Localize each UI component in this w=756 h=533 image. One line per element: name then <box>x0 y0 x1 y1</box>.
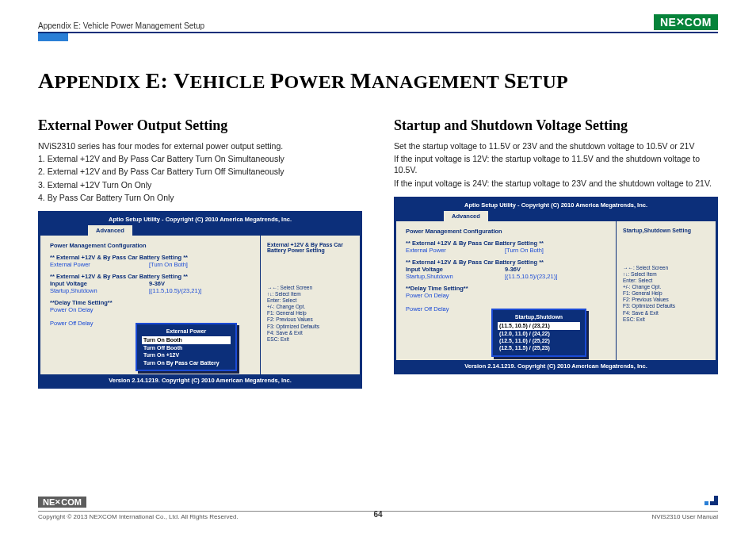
popup-right-title: Startup,Shutdown <box>498 313 580 320</box>
bios-header-r: Aptio Setup Utility - Copyright (C) 2010… <box>396 199 716 211</box>
page-number: 64 <box>373 510 382 519</box>
popup-left-opt1: Turn On Booth <box>142 336 231 343</box>
bios-startsd-val-r: [(11.5,10.5)/(23,21)] <box>505 273 608 280</box>
left-line4: 4. By Pass Car Battery Turn On Only <box>38 192 362 203</box>
bios-inputv-lbl-r: Input Voltage <box>406 266 505 273</box>
left-intro: NViS2310 series has four modes for exter… <box>38 140 362 151</box>
bios-keys: →←: Select Screen↑↓: Select ItemEnter: S… <box>267 285 353 343</box>
right-heading: Startup and Shutdown Voltage Setting <box>394 117 718 134</box>
header-accent <box>38 33 68 41</box>
bios-help-left: External +12V & By Pass Car Battery Powe… <box>267 242 353 253</box>
bios-tab-bar-r: Advanced <box>396 211 716 221</box>
bios-cfg-title-r: Power Management Configuration <box>406 228 608 235</box>
left-line2: 2. External +12V and By Pass Car Battery… <box>38 166 362 177</box>
header-logo: NE✕COM <box>654 14 718 30</box>
bios-help-right: Startup,Shutdown Setting <box>623 228 709 233</box>
footer-copyright: Copyright © 2013 NEXCOM International Co… <box>38 513 239 520</box>
left-heading: External Power Output Setting <box>38 117 362 134</box>
right-p3: If the input voltage is 24V: the startup… <box>394 178 718 189</box>
right-p1: Set the startup voltage to 11.5V or 23V … <box>394 140 718 151</box>
bios-screenshot-left: Aptio Setup Utility - Copyright (C) 2010… <box>38 211 362 389</box>
bios-pon: Power On Delay <box>50 306 252 313</box>
left-line3: 3. External +12V Turn On Only <box>38 179 362 190</box>
bios-footer: Version 2.14.1219. Copyright (C) 2010 Am… <box>40 374 360 386</box>
bios-screenshot-right: Aptio Setup Utility - Copyright (C) 2010… <box>394 197 718 374</box>
bios-sect2-r: ** External +12V & By Pass Car Battery S… <box>406 259 608 266</box>
bios-delay: **Delay Time Setting** <box>50 299 252 306</box>
popup-right-opt3: (12.5, 11.0) / (25,22) <box>498 337 580 344</box>
header-rule <box>38 32 718 33</box>
right-p2: If the input voltage is 12V: the startup… <box>394 153 718 175</box>
footer-docname: NViS2310 User Manual <box>652 513 718 520</box>
popup-startup-shutdown: Startup,Shutdown (11.5, 10.5) / (23,21) … <box>491 309 586 357</box>
bios-startsd-lbl: Startup,Shutdown <box>50 287 149 294</box>
bios-sect1-r: ** External +12V & By Pass Car Battery S… <box>406 240 608 247</box>
bios-keys-r: →←: Select Screen↑↓: Select ItemEnter: S… <box>623 265 709 323</box>
popup-external-power: External Power Turn On Booth Turn Off Bo… <box>136 323 237 371</box>
popup-left-opt4: Turn On By Pass Car Battery <box>142 359 231 366</box>
bios-sect2: ** External +12V & By Pass Car Battery S… <box>50 273 252 280</box>
bios-delay-r: **Delay Time Setting** <box>406 285 608 292</box>
bios-footer-r: Version 2.14.1219. Copyright (C) 2010 Am… <box>396 360 716 372</box>
popup-left-title: External Power <box>142 328 231 335</box>
bios-startsd-val: [(11.5,10.5)/(23,21)] <box>149 287 252 294</box>
bios-tab-advanced: Advanced <box>88 225 132 236</box>
left-line1: 1. External +12V and By Pass Car Battery… <box>38 153 362 164</box>
bios-tab-bar: Advanced <box>40 225 360 236</box>
bios-pon-r: Power On Delay <box>406 292 608 299</box>
breadcrumb: Appendix E: Vehicle Power Management Set… <box>38 21 204 30</box>
footer-logo: NE✕COM <box>38 497 86 508</box>
popup-right-opt1: (11.5, 10.5) / (23,21) <box>498 322 580 329</box>
popup-right-opt2: (12.0, 11.0) / (24,22) <box>498 330 580 337</box>
bios-tab-advanced-r: Advanced <box>444 211 488 221</box>
bios-extpower-val-r: [Turn On Both] <box>505 247 608 254</box>
bios-inputv-val: 9-36V <box>149 280 252 287</box>
bios-inputv-lbl: Input Voltage <box>50 280 149 287</box>
bios-extpower-val: [Turn On Both] <box>149 261 252 268</box>
bios-extpower-lbl: External Power <box>50 261 149 268</box>
bios-extpower-lbl-r: External Power <box>406 247 505 254</box>
popup-left-opt2: Turn Off Booth <box>142 344 231 351</box>
bios-header: Aptio Setup Utility - Copyright (C) 2010… <box>40 213 360 225</box>
popup-right-opt4: (12.5, 11.5) / (25,23) <box>498 344 580 351</box>
popup-left-opt3: Turn On +12V <box>142 351 231 359</box>
bios-startsd-lbl-r: Startup,Shutdown <box>406 273 505 280</box>
bios-sect1: ** External +12V & By Pass Car Battery S… <box>50 254 252 261</box>
bios-inputv-val-r: 9-36V <box>505 266 608 273</box>
bios-cfg-title: Power Management Configuration <box>50 242 252 249</box>
page-title: APPENDIX E: VEHICLE POWER MANAGEMENT SET… <box>38 68 718 94</box>
